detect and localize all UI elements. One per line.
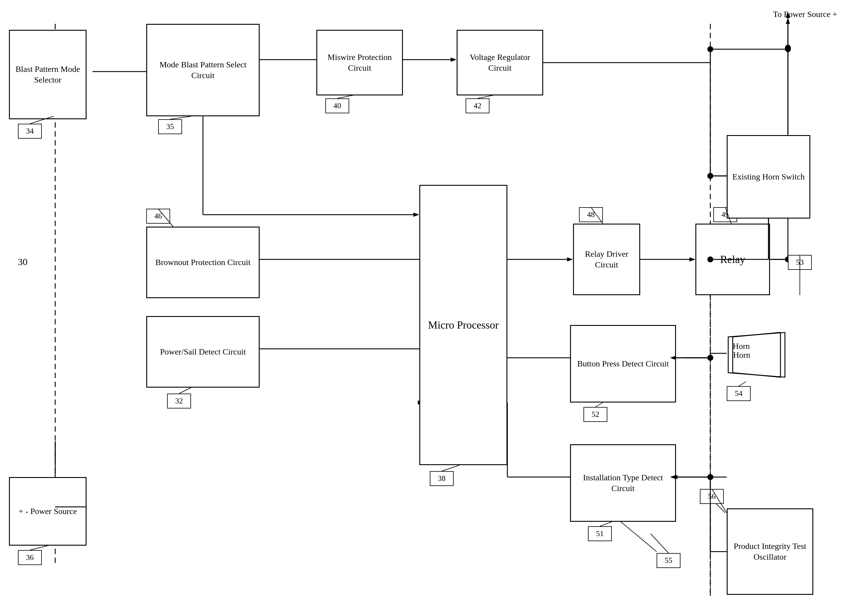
relay-block: Relay: [695, 224, 770, 295]
ref-53-box: 53: [788, 255, 812, 270]
miswire-block: Miswire Protection Circuit: [316, 30, 403, 96]
miswire-label: Miswire Protection Circuit: [320, 52, 400, 74]
product-integrity-block: Product Integrity Test Oscillator: [727, 508, 813, 595]
mode-blast-label: Mode Blast Pattern Select Circuit: [150, 59, 256, 81]
installation-type-label: Installation Type Detect Circuit: [573, 472, 673, 494]
ref-40-box: 40: [325, 98, 349, 113]
ref-51-box: 51: [588, 526, 612, 541]
horn-block: Horn: [727, 328, 787, 382]
svg-line-67: [651, 534, 668, 553]
relay-driver-block: Relay Driver Circuit: [573, 224, 640, 295]
svg-marker-10: [413, 212, 419, 217]
svg-point-40: [785, 45, 791, 51]
svg-point-76: [707, 173, 713, 179]
power-sail-block: Power/Sail Detect Circuit: [146, 316, 260, 388]
relay-driver-label: Relay Driver Circuit: [576, 249, 637, 270]
ref-35-box: 35: [158, 119, 182, 134]
brownout-label: Brownout Protection Circuit: [156, 257, 251, 268]
existing-horn-switch-label: Existing Horn Switch: [732, 171, 805, 182]
ref-48-box: 48: [579, 207, 603, 222]
voltage-reg-block: Voltage Regulator Circuit: [457, 30, 543, 96]
ref-32-box: 32: [167, 394, 191, 409]
button-press-label: Button Press Detect Circuit: [577, 358, 669, 369]
mode-blast-block: Mode Blast Pattern Select Circuit: [146, 24, 260, 116]
ref-30-label: 30: [18, 256, 27, 267]
svg-point-43: [707, 173, 713, 179]
ref-56-box: 56: [700, 489, 724, 504]
horn-text-label: Horn: [733, 341, 750, 351]
diagram-container: Blast Pattern Mode Selector 34 Mode Blas…: [0, 0, 867, 616]
svg-point-80: [707, 355, 713, 361]
svg-marker-7: [451, 58, 457, 62]
to-power-source-label: To Power Source +: [773, 9, 837, 20]
svg-line-59: [442, 465, 460, 471]
existing-horn-switch-block: Existing Horn Switch: [727, 135, 810, 218]
product-integrity-label: Product Integrity Test Oscillator: [730, 541, 810, 563]
micro-processor-label: Micro Processor: [428, 318, 499, 332]
voltage-reg-label: Voltage Regulator Circuit: [460, 52, 540, 74]
svg-line-65: [739, 382, 746, 386]
button-press-block: Button Press Detect Circuit: [570, 325, 676, 402]
micro-processor-block: Micro Processor: [419, 185, 508, 465]
ref-42-box: 42: [466, 98, 489, 113]
svg-line-62: [596, 402, 603, 407]
ref-54-box: 54: [727, 386, 750, 401]
svg-line-63: [600, 522, 612, 526]
power-source-block: + - Power Source: [9, 477, 87, 545]
power-source-label: + - Power Source: [19, 506, 77, 517]
ref-55-box: 55: [657, 553, 681, 568]
relay-label: Relay: [720, 253, 745, 267]
svg-line-58: [179, 388, 191, 394]
svg-point-45: [707, 355, 713, 361]
svg-line-49: [621, 522, 657, 552]
ref-52-box: 52: [583, 407, 607, 422]
svg-text:Horn: Horn: [733, 350, 750, 360]
ref-46-box: 46: [146, 209, 170, 224]
svg-point-88: [785, 46, 791, 52]
svg-line-68: [30, 545, 48, 550]
brownout-block: Brownout Protection Circuit: [146, 226, 260, 298]
installation-type-block: Installation Type Detect Circuit: [570, 444, 676, 522]
svg-point-81: [707, 474, 713, 480]
power-sail-label: Power/Sail Detect Circuit: [160, 346, 246, 357]
blast-pattern-block: Blast Pattern Mode Selector: [9, 30, 87, 119]
svg-marker-18: [689, 257, 695, 261]
ref-36-box: 36: [18, 550, 42, 565]
svg-point-90: [707, 46, 713, 52]
ref-34-box: 34: [18, 124, 42, 139]
ref-38-box: 38: [430, 471, 454, 486]
svg-point-33: [707, 474, 713, 480]
blast-pattern-label: Blast Pattern Mode Selector: [12, 64, 83, 86]
svg-marker-16: [567, 257, 573, 261]
svg-line-54: [170, 116, 191, 119]
